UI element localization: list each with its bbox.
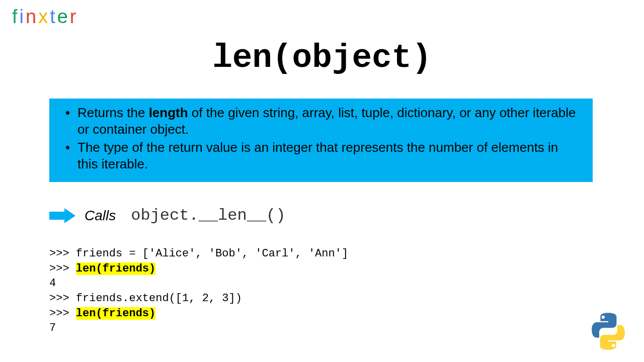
- description-panel: Returns the length of the given string, …: [49, 99, 593, 182]
- code-prompt: >>>: [49, 262, 76, 275]
- brand-logo: finxter: [12, 6, 78, 28]
- logo-letter: e: [57, 6, 70, 28]
- arrow-right-icon: [49, 208, 75, 223]
- logo-letter: i: [20, 6, 26, 28]
- code-output: 4: [49, 277, 56, 290]
- text: Returns the: [77, 105, 149, 120]
- calls-label: Calls: [85, 208, 116, 224]
- logo-letter: t: [50, 6, 57, 28]
- logo-letter: n: [26, 6, 38, 28]
- description-bullet-2: The type of the return value is an integ…: [60, 139, 582, 172]
- code-line: >>> friends = ['Alice', 'Bob', 'Carl', '…: [49, 247, 348, 260]
- code-highlight: len(friends): [76, 262, 155, 275]
- code-example: >>> friends = ['Alice', 'Bob', 'Carl', '…: [49, 246, 348, 336]
- description-bullet-1: Returns the length of the given string, …: [60, 105, 582, 137]
- logo-letter: x: [38, 6, 50, 28]
- code-highlight: len(friends): [76, 307, 155, 320]
- logo-letter: r: [70, 6, 78, 28]
- python-logo-icon: [587, 310, 630, 353]
- code-line: >>> friends.extend([1, 2, 3]): [49, 292, 242, 305]
- code-prompt: >>>: [49, 307, 76, 320]
- text-strong: length: [149, 105, 188, 120]
- code-output: 7: [49, 322, 56, 334]
- page-title: len(object): [0, 39, 644, 77]
- calls-row: Calls object.__len__(): [49, 206, 285, 225]
- calls-code: object.__len__(): [131, 206, 285, 225]
- logo-letter: f: [12, 6, 20, 28]
